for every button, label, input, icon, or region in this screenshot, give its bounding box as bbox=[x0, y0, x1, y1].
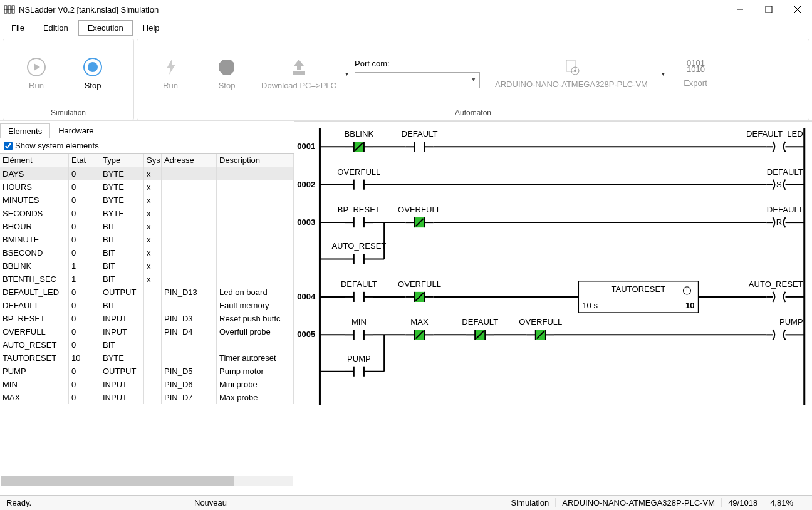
ladder-diagram[interactable]: 0001BBLINKDEFAULTDEFAULT_LED0002OVERFULL… bbox=[294, 121, 812, 487]
horizontal-scrollbar[interactable] bbox=[1, 476, 293, 486]
device-dropdown-icon[interactable]: ▾ bbox=[659, 70, 667, 77]
close-button[interactable] bbox=[783, 0, 812, 19]
table-row[interactable]: PUMP0OUTPUTPIN_D5Pump motor bbox=[0, 365, 294, 378]
svg-text:BP_RESET: BP_RESET bbox=[338, 205, 380, 214]
svg-rect-5 bbox=[766, 6, 772, 13]
menu-edition[interactable]: Edition bbox=[34, 21, 77, 35]
svg-marker-9 bbox=[34, 63, 40, 71]
svg-text:10 s: 10 s bbox=[582, 301, 598, 310]
svg-text:AUTO_RESET: AUTO_RESET bbox=[331, 241, 386, 251]
col-header-type[interactable]: Type bbox=[100, 154, 144, 167]
table-row[interactable]: BMINUTE0BITx bbox=[0, 233, 294, 246]
status-mem: 49/1018 bbox=[722, 498, 764, 507]
svg-text:MAX: MAX bbox=[410, 317, 429, 326]
status-pct: 4,81% bbox=[764, 498, 799, 507]
svg-text:OVERFULL: OVERFULL bbox=[337, 167, 380, 177]
portcom-label: Port com: bbox=[355, 59, 480, 68]
status-ready: Ready. bbox=[0, 496, 188, 510]
maximize-button[interactable] bbox=[754, 0, 783, 19]
sim-stop-button[interactable]: Stop bbox=[65, 45, 121, 101]
portcom-select[interactable] bbox=[355, 72, 480, 88]
col-header-desc[interactable]: Description bbox=[217, 154, 294, 167]
sim-run-button[interactable]: Run bbox=[8, 45, 65, 101]
svg-marker-13 bbox=[219, 60, 234, 75]
download-button[interactable]: Download PC=>PLC bbox=[255, 45, 343, 101]
ribbon-group-automaton-label: Automaton bbox=[137, 107, 809, 120]
svg-text:TAUTORESET: TAUTORESET bbox=[612, 284, 666, 294]
download-dropdown-icon[interactable]: ▾ bbox=[343, 70, 351, 77]
svg-text:PUMP: PUMP bbox=[347, 354, 371, 363]
app-icon bbox=[4, 4, 15, 15]
menubar: File Edition Execution Help bbox=[0, 19, 812, 36]
ribbon-group-automaton: Run Stop Download PC=>PLC ▾ Port com: AR… bbox=[137, 39, 809, 120]
col-header-sys[interactable]: Sys bbox=[144, 154, 162, 167]
svg-text:PUMP: PUMP bbox=[779, 317, 803, 326]
svg-text:R: R bbox=[776, 217, 782, 227]
table-row[interactable]: SECONDS0BYTEx bbox=[0, 207, 294, 220]
table-row[interactable]: MAX0INPUTPIN_D7Max probe bbox=[0, 391, 294, 404]
status-device: ARDUINO-NANO-ATMEGA328P-PLC-VM bbox=[556, 498, 722, 507]
statusbar: Ready. Nouveau Simulation ARDUINO-NANO-A… bbox=[0, 495, 812, 510]
auto-stop-button[interactable]: Stop bbox=[199, 45, 255, 101]
menu-execution[interactable]: Execution bbox=[78, 20, 133, 36]
tab-elements[interactable]: Elements bbox=[0, 123, 50, 138]
svg-text:DEFAULT: DEFAULT bbox=[402, 129, 438, 138]
auto-run-button[interactable]: Run bbox=[142, 45, 199, 101]
table-row[interactable]: AUTO_RESET0BIT bbox=[0, 338, 294, 351]
svg-text:0003: 0003 bbox=[297, 217, 315, 227]
svg-text:OVERFULL: OVERFULL bbox=[398, 279, 441, 289]
col-header-element[interactable]: Elément bbox=[0, 154, 69, 167]
col-header-etat[interactable]: Etat bbox=[69, 154, 100, 167]
table-row[interactable]: MIN0INPUTPIN_D6Mini probe bbox=[0, 378, 294, 391]
table-row[interactable]: BP_RESET0INPUTPIN_D3Reset push buttc bbox=[0, 312, 294, 325]
ribbon: Run Stop Simulation Run Stop Download PC… bbox=[0, 36, 812, 121]
svg-text:1010: 1010 bbox=[687, 65, 705, 74]
minimize-button[interactable] bbox=[726, 0, 754, 19]
octagon-stop-icon bbox=[217, 57, 237, 77]
svg-text:DEFAULT: DEFAULT bbox=[341, 279, 377, 289]
menu-file[interactable]: File bbox=[3, 21, 33, 35]
resize-grip-icon[interactable] bbox=[799, 498, 812, 506]
table-row[interactable]: DEFAULT0BITFault memory bbox=[0, 299, 294, 312]
table-row[interactable]: DAYS0BYTEx bbox=[0, 167, 294, 180]
svg-text:DEFAULT: DEFAULT bbox=[767, 205, 803, 214]
export-button[interactable]: 01011010 Export bbox=[667, 45, 724, 101]
panel-tabbar: Elements Hardware bbox=[0, 121, 294, 138]
svg-text:AUTO_RESET: AUTO_RESET bbox=[749, 279, 803, 289]
col-header-addr[interactable]: Adresse bbox=[162, 154, 217, 167]
svg-text:DEFAULT_LED: DEFAULT_LED bbox=[746, 129, 803, 138]
table-row[interactable]: DEFAULT_LED0OUTPUTPIN_D13Led on board bbox=[0, 286, 294, 299]
svg-text:MIN: MIN bbox=[351, 317, 367, 326]
grid-header: Elément Etat Type Sys Adresse Descriptio… bbox=[0, 153, 294, 167]
svg-text:S: S bbox=[776, 180, 782, 189]
menu-help[interactable]: Help bbox=[134, 21, 169, 35]
upload-icon bbox=[289, 57, 309, 77]
table-row[interactable]: BSECOND0BITx bbox=[0, 246, 294, 259]
play-icon bbox=[26, 57, 46, 77]
grid-body: DAYS0BYTExHOURS0BYTExMINUTES0BYTExSECOND… bbox=[0, 167, 294, 475]
table-row[interactable]: OVERFULL0INPUTPIN_D4Overfull probe bbox=[0, 325, 294, 338]
document-gear-icon bbox=[563, 58, 580, 76]
svg-point-11 bbox=[88, 62, 98, 72]
table-row[interactable]: BBLINK1BITx bbox=[0, 259, 294, 273]
tab-hardware[interactable]: Hardware bbox=[50, 123, 102, 138]
svg-text:0004: 0004 bbox=[297, 292, 316, 301]
show-system-checkbox[interactable] bbox=[4, 142, 13, 150]
table-row[interactable]: BTENTH_SEC1BITx bbox=[0, 273, 294, 286]
svg-text:OVERFULL: OVERFULL bbox=[398, 205, 441, 214]
binary-icon: 01011010 bbox=[685, 60, 705, 75]
svg-text:0002: 0002 bbox=[297, 180, 315, 189]
bolt-icon bbox=[160, 57, 180, 77]
table-row[interactable]: MINUTES0BYTEx bbox=[0, 194, 294, 207]
window-title: NSLadder V0.2 [tank.nslad] Simulation bbox=[19, 5, 726, 14]
ribbon-group-simulation: Run Stop Simulation bbox=[3, 39, 134, 120]
ribbon-group-simulation-label: Simulation bbox=[3, 107, 133, 120]
table-row[interactable]: BHOUR0BITx bbox=[0, 220, 294, 233]
stop-icon bbox=[83, 57, 103, 77]
show-system-label: Show system elements bbox=[15, 141, 99, 150]
status-nouveau: Nouveau bbox=[188, 496, 505, 510]
svg-text:OVERFULL: OVERFULL bbox=[519, 317, 562, 326]
table-row[interactable]: TAUTORESET10BYTETimer autoreset bbox=[0, 351, 294, 365]
table-row[interactable]: HOURS0BYTEx bbox=[0, 180, 294, 194]
device-button[interactable]: ARDUINO-NANO-ATMEGA328P-PLC-VM bbox=[484, 45, 659, 101]
